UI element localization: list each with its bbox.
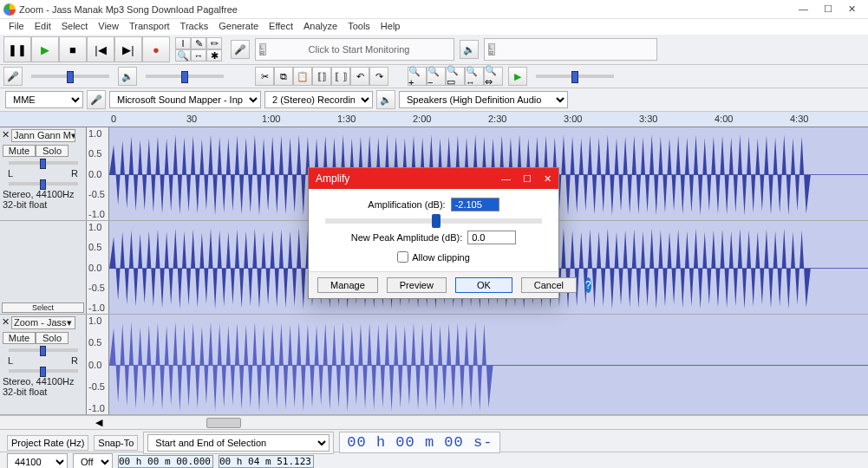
ruler-tick: 4:00 (715, 114, 733, 124)
track-close-button[interactable]: ✕ (2, 316, 10, 328)
dialog-maximize-button[interactable]: ☐ (523, 173, 532, 185)
skip-end-button[interactable]: ▶| (114, 36, 142, 62)
vertical-scale: 1.00.50.0-0.5-1.0 (87, 221, 109, 314)
preview-button[interactable]: Preview (387, 277, 447, 293)
menu-select[interactable]: Select (62, 21, 88, 33)
window-maximize-button[interactable]: ☐ (824, 3, 832, 15)
record-meter-mic-icon: 🎤 (231, 40, 250, 59)
audio-host-select[interactable]: MME (5, 91, 83, 108)
menu-tools[interactable]: Tools (348, 21, 370, 33)
skip-start-button[interactable]: |◀ (87, 36, 114, 62)
mixer-speaker-icon: 🔈 (118, 67, 137, 86)
menu-help[interactable]: Help (381, 21, 401, 33)
track-name-dropdown[interactable]: Jann Gann M▾ (11, 129, 75, 142)
play-button[interactable]: ▶ (31, 36, 59, 62)
pan-right-label: R (71, 168, 78, 179)
menu-generate[interactable]: Generate (219, 21, 258, 33)
ruler-tick: 2:00 (413, 114, 431, 124)
cancel-button[interactable]: Cancel (521, 277, 577, 293)
redo-button[interactable]: ↷ (369, 67, 388, 86)
trim-button[interactable]: ⟦⟧ (312, 67, 331, 86)
manage-button[interactable]: Manage (317, 277, 378, 293)
cut-button[interactable]: ✂ (255, 67, 274, 86)
new-peak-input[interactable] (467, 231, 516, 244)
snap-to-select[interactable]: Off (73, 453, 113, 469)
menu-file[interactable]: File (9, 21, 24, 33)
mute-button[interactable]: Mute (3, 145, 36, 157)
dialog-title: Amplify (316, 172, 349, 185)
zoom-out-button[interactable]: 🔍− (427, 67, 446, 86)
menu-view[interactable]: View (98, 21, 119, 33)
play-speed-slider[interactable] (536, 75, 614, 78)
ruler-tick: 2:30 (488, 114, 506, 124)
zoom-in-button[interactable]: 🔍+ (408, 67, 427, 86)
track-pan-slider[interactable] (9, 369, 78, 373)
mute-button[interactable]: Mute (3, 332, 36, 344)
playback-device-select[interactable]: Speakers (High Definition Audio (399, 91, 568, 108)
project-rate-select[interactable]: 44100 (7, 453, 68, 469)
dialog-minimize-button[interactable]: — (501, 173, 511, 185)
menu-transport[interactable]: Transport (129, 21, 170, 33)
meter-lr-icon: L R (488, 43, 495, 55)
allow-clipping-input[interactable] (397, 251, 408, 263)
draw-tool-button[interactable]: ✏ (206, 37, 222, 49)
selection-end-input[interactable] (219, 455, 314, 468)
menu-effect[interactable]: Effect (269, 21, 293, 33)
playback-meter[interactable]: L R (484, 38, 657, 61)
window-minimize-button[interactable]: — (799, 3, 808, 15)
amplification-input[interactable] (451, 198, 499, 211)
horizontal-scrollbar[interactable]: ◀ (0, 415, 868, 429)
allow-clipping-label: Allow clipping (412, 252, 470, 263)
waveform-display[interactable] (109, 315, 868, 414)
record-button[interactable]: ● (142, 36, 170, 62)
track-select-button[interactable]: Select (2, 302, 84, 313)
track-gain-slider[interactable] (9, 161, 78, 165)
track-control-panel-lower[interactable]: Select (0, 221, 87, 314)
copy-button[interactable]: ⧉ (274, 67, 293, 86)
multi-tool-button[interactable]: ✱ (206, 49, 222, 62)
recording-volume-slider[interactable] (31, 75, 109, 78)
track-pan-slider[interactable] (9, 182, 78, 185)
selection-format-select[interactable]: Start and End of Selection (147, 434, 330, 452)
pan-right-label: R (71, 355, 78, 366)
track-gain-slider[interactable] (9, 348, 78, 352)
zoom-fit-button[interactable]: 🔍↔ (465, 67, 484, 86)
help-button[interactable]: ? (585, 277, 591, 293)
silence-button[interactable]: ⟦ ⟧ (331, 67, 350, 86)
tools-toolbar: I ✎ ✏ 🔍 ↔ ✱ (175, 37, 225, 62)
envelope-tool-button[interactable]: ✎ (191, 37, 206, 49)
paste-button[interactable]: 📋 (293, 67, 312, 86)
timeline-ruler[interactable]: 0 30 1:00 1:30 2:00 2:30 3:00 3:30 4:00 … (0, 112, 868, 127)
pause-button[interactable]: ❚❚ (3, 36, 31, 62)
recording-meter[interactable]: L R Click to Start Monitoring (255, 38, 454, 61)
stop-button[interactable]: ■ (59, 36, 87, 62)
dialog-close-button[interactable]: ✕ (544, 173, 551, 185)
recording-device-select[interactable]: Microsoft Sound Mapper - Input (109, 91, 261, 108)
menu-edit[interactable]: Edit (35, 21, 51, 33)
track-name-dropdown[interactable]: Zoom - Jass▾ (11, 316, 75, 329)
device-mic-icon: 🎤 (87, 90, 106, 109)
solo-button[interactable]: Solo (36, 145, 69, 157)
ok-button[interactable]: OK (455, 277, 512, 293)
allow-clipping-checkbox[interactable]: Allow clipping (397, 251, 470, 263)
playback-volume-slider[interactable] (146, 75, 224, 78)
zoom-toggle-button[interactable]: 🔍⇔ (484, 67, 503, 86)
selection-start-input[interactable] (118, 455, 213, 468)
menu-tracks[interactable]: Tracks (180, 21, 209, 33)
zoom-selection-button[interactable]: 🔍▭ (446, 67, 465, 86)
track-control-panel[interactable]: ✕ Zoom - Jass▾ MuteSolo LR Stereo, 44100… (0, 315, 87, 414)
solo-button[interactable]: Solo (36, 332, 69, 344)
window-close-button[interactable]: ✕ (848, 3, 856, 15)
track-close-button[interactable]: ✕ (2, 129, 10, 140)
track-format-label: Stereo, 44100Hz32-bit float (3, 189, 83, 210)
menu-analyze[interactable]: Analyze (303, 21, 337, 33)
zoom-tool-button[interactable]: 🔍 (175, 49, 191, 62)
pan-left-label: L (8, 355, 13, 366)
recording-channels-select[interactable]: 2 (Stereo) Recording Chann (264, 91, 373, 108)
amplification-slider[interactable] (325, 218, 542, 224)
undo-button[interactable]: ↶ (350, 67, 369, 86)
play-at-speed-button[interactable]: ▶ (508, 67, 527, 86)
timeshift-tool-button[interactable]: ↔ (191, 49, 206, 62)
selection-tool-button[interactable]: I (175, 37, 191, 49)
track-control-panel[interactable]: ✕ Jann Gann M▾ MuteSolo LR Stereo, 44100… (0, 127, 87, 220)
